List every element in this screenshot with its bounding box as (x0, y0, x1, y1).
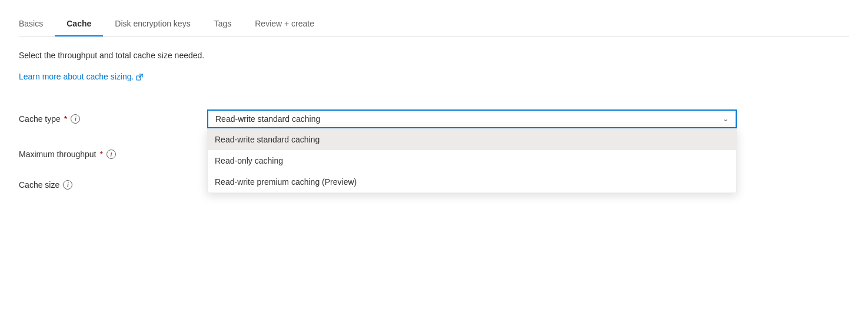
cache-size-label-text: Cache size (19, 180, 59, 190)
page-container: Basics Cache Disk encryption keys Tags R… (0, 0, 868, 204)
cache-size-info-icon[interactable]: i (63, 180, 72, 190)
dropdown-selected-value: Read-write standard caching (215, 114, 320, 124)
tab-basics[interactable]: Basics (19, 12, 55, 36)
tab-navigation: Basics Cache Disk encryption keys Tags R… (19, 0, 849, 36)
tab-cache[interactable]: Cache (55, 12, 103, 36)
max-throughput-info-icon[interactable]: i (107, 150, 116, 159)
cache-type-label-text: Cache type (19, 114, 61, 124)
dropdown-option-read-only[interactable]: Read-only caching (208, 150, 736, 171)
dropdown-option-read-write-premium[interactable]: Read-write premium caching (Preview) (208, 171, 736, 192)
learn-more-link[interactable]: Learn more about cache sizing. (19, 72, 143, 81)
form-row-cache-type: Cache type * i Read-write standard cachi… (19, 109, 849, 128)
max-throughput-label-text: Maximum throughput (19, 150, 97, 159)
tab-review-create[interactable]: Review + create (243, 12, 326, 36)
form-section: Cache type * i Read-write standard cachi… (19, 109, 849, 190)
learn-more-text: Learn more about cache sizing. (19, 72, 134, 81)
cache-type-label: Cache type * i (19, 109, 207, 124)
max-throughput-required: * (100, 150, 103, 159)
cache-type-info-icon[interactable]: i (71, 114, 80, 124)
tab-tags[interactable]: Tags (202, 12, 244, 36)
dropdown-option-read-write-standard[interactable]: Read-write standard caching (208, 129, 736, 150)
cache-type-control: Read-write standard caching ⌄ Read-write… (207, 109, 737, 128)
external-link-icon (136, 73, 143, 80)
max-throughput-label: Maximum throughput * i (19, 145, 207, 159)
cache-type-required: * (64, 114, 67, 124)
tab-disk-encryption-keys[interactable]: Disk encryption keys (103, 12, 202, 36)
cache-type-dropdown-trigger[interactable]: Read-write standard caching ⌄ (207, 109, 737, 128)
cache-size-label: Cache size i (19, 175, 207, 190)
cache-type-dropdown-container: Read-write standard caching ⌄ Read-write… (207, 109, 737, 128)
dropdown-chevron-icon: ⌄ (723, 115, 729, 123)
cache-type-dropdown-menu: Read-write standard caching Read-only ca… (207, 128, 737, 193)
content-area: Select the throughput and total cache si… (19, 36, 849, 204)
description-text: Select the throughput and total cache si… (19, 51, 849, 60)
